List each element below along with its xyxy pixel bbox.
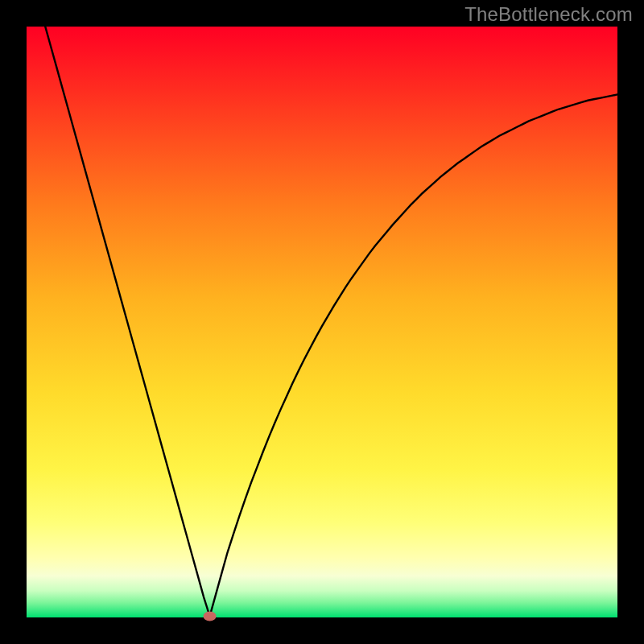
bottleneck-chart [0,0,644,644]
plot-gradient-background [27,27,617,617]
minimum-marker-dot [204,612,217,621]
chart-container: TheBottleneck.com [0,0,644,644]
